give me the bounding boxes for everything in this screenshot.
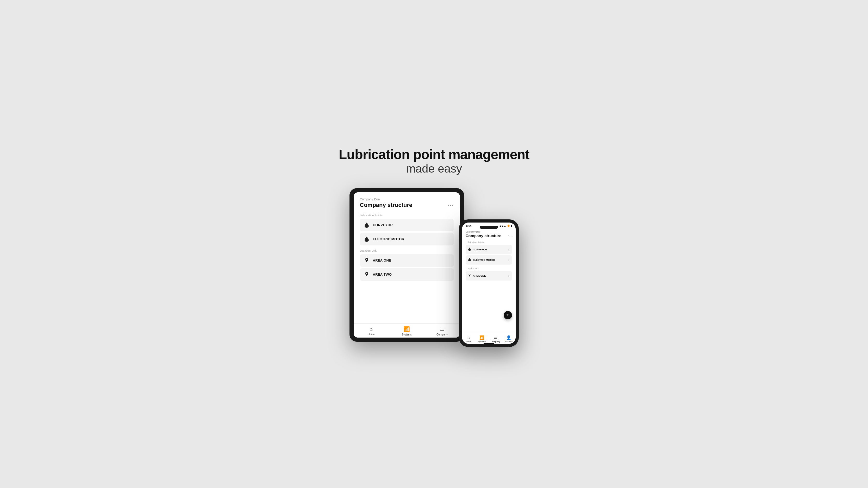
phone-title-row: Company structure ··· xyxy=(466,233,512,238)
tablet-conveyor-drop-icon xyxy=(364,222,370,228)
phone-more-button[interactable]: ··· xyxy=(508,233,512,238)
tablet-content: Company Doe Company structure ··· Lubric… xyxy=(354,192,460,323)
tablet-bottom-nav: ⌂ Home 📶 Systems ▭ Company xyxy=(354,323,460,337)
phone-electric-motor-label: ELECTRIC MOTOR xyxy=(473,258,495,261)
tablet-area-one-label: AREA ONE xyxy=(373,258,392,262)
fab-add-button[interactable]: + xyxy=(504,311,512,319)
tablet-device: Company Doe Company structure ··· Lubric… xyxy=(349,188,464,342)
phone-company-icon: ▭ xyxy=(494,335,497,340)
tablet-area-one-item[interactable]: AREA ONE xyxy=(360,254,454,267)
phone-nav-systems[interactable]: 📶 Systems xyxy=(475,335,489,343)
phone-electric-motor-drop-icon xyxy=(468,258,471,262)
tablet-lubrication-section-label: Lubrication Points xyxy=(360,214,454,217)
tablet-nav-systems[interactable]: 📶 Systems xyxy=(389,326,425,336)
tablet-company-label: Company Doe xyxy=(360,198,454,201)
phone-conveyor-item[interactable]: CONVEYOR › xyxy=(466,245,512,254)
phone-area-one-pin-icon xyxy=(468,273,471,278)
phone-page-title: Company structure xyxy=(466,233,502,238)
tablet-electric-motor-label: ELECTRIC MOTOR xyxy=(373,237,404,241)
tablet-more-button[interactable]: ··· xyxy=(448,202,454,208)
phone-conveyor-left: CONVEYOR xyxy=(468,247,487,252)
phone-bottom-nav: ⌂ Home 📶 Systems ▭ Company 👤 Account xyxy=(462,333,516,344)
tablet-area-two-label: AREA TWO xyxy=(373,272,392,276)
phone-location-divider: Location Unit xyxy=(466,267,512,270)
tablet-nav-company-label: Company xyxy=(436,333,448,336)
phone-notch xyxy=(480,226,498,229)
tablet-location-divider: Location Unit xyxy=(360,249,454,252)
phone-nav-company[interactable]: ▭ Company xyxy=(489,335,502,343)
phone-account-icon: 👤 xyxy=(506,335,511,340)
tablet-location-section-label: Location Unit xyxy=(360,249,454,252)
wifi-icon: 🔶 xyxy=(507,225,510,227)
phone-screen: 09:28 ▲▲▲ 🔶 ▮ Company Doe Company struct… xyxy=(462,223,516,344)
phone-nav-account-label: Account xyxy=(505,340,513,343)
phone-area-one-left: AREA ONE xyxy=(468,273,486,278)
phone-electric-motor-left: ELECTRIC MOTOR xyxy=(468,258,495,262)
tablet-home-icon: ⌂ xyxy=(370,326,373,332)
tablet-area-two-item[interactable]: AREA TWO xyxy=(360,268,454,281)
phone-time: 09:28 xyxy=(466,225,472,227)
tablet-systems-icon: 📶 xyxy=(403,326,410,332)
phone-location-section-label: Location Unit xyxy=(466,267,512,270)
tablet-conveyor-item[interactable]: CONVEYOR xyxy=(360,219,454,231)
tablet-screen: Company Doe Company structure ··· Lubric… xyxy=(354,192,460,337)
tablet-conveyor-label: CONVEYOR xyxy=(373,223,393,227)
tablet-area-two-pin-icon xyxy=(364,271,370,278)
phone-company-label: Company Doe xyxy=(466,231,512,233)
tablet-nav-home[interactable]: ⌂ Home xyxy=(354,326,389,336)
phone-conveyor-chevron: › xyxy=(508,248,509,251)
headline-line1: Lubrication point management xyxy=(339,147,529,162)
headline-line2: made easy xyxy=(339,162,529,175)
phone-device: 09:28 ▲▲▲ 🔶 ▮ Company Doe Company struct… xyxy=(459,219,519,347)
phone-content: Company Doe Company structure ··· Lubric… xyxy=(462,229,516,282)
tablet-company-icon: ▭ xyxy=(440,326,444,332)
devices-container: Company Doe Company structure ··· Lubric… xyxy=(349,188,519,342)
battery-icon: ▮ xyxy=(511,225,512,227)
phone-conveyor-drop-icon xyxy=(468,247,471,252)
phone-nav-active-indicator xyxy=(484,343,494,344)
phone-area-one-label: AREA ONE xyxy=(473,274,486,277)
phone-area-one-item[interactable]: AREA ONE › xyxy=(466,271,512,281)
phone-nav-company-label: Company xyxy=(491,340,500,343)
phone-status-icons: ▲▲▲ 🔶 ▮ xyxy=(499,225,512,227)
tablet-nav-home-label: Home xyxy=(368,333,375,336)
tablet-nav-company[interactable]: ▭ Company xyxy=(425,326,460,336)
phone-conveyor-label: CONVEYOR xyxy=(473,248,487,251)
page-headline: Lubrication point management made easy xyxy=(339,147,529,175)
phone-home-icon: ⌂ xyxy=(467,335,470,340)
tablet-area-one-pin-icon xyxy=(364,257,370,264)
tablet-electric-motor-item[interactable]: ELECTRIC MOTOR xyxy=(360,233,454,246)
tablet-page-title: Company structure xyxy=(360,202,412,208)
phone-lubrication-section-label: Lubrication Points xyxy=(466,241,512,243)
phone-electric-motor-chevron: › xyxy=(508,258,509,262)
phone-electric-motor-item[interactable]: ELECTRIC MOTOR › xyxy=(466,255,512,265)
tablet-nav-systems-label: Systems xyxy=(402,333,411,336)
phone-nav-systems-label: Systems xyxy=(478,340,486,343)
phone-nav-home[interactable]: ⌂ Home xyxy=(462,335,475,343)
tablet-electric-motor-drop-icon xyxy=(364,236,370,242)
phone-nav-home-label: Home xyxy=(466,340,471,343)
phone-systems-icon: 📶 xyxy=(479,335,485,340)
phone-area-one-chevron: › xyxy=(508,274,509,278)
tablet-title-row: Company structure ··· xyxy=(360,202,454,208)
phone-nav-account[interactable]: 👤 Account xyxy=(502,335,516,343)
signal-icon: ▲▲▲ xyxy=(499,225,506,227)
